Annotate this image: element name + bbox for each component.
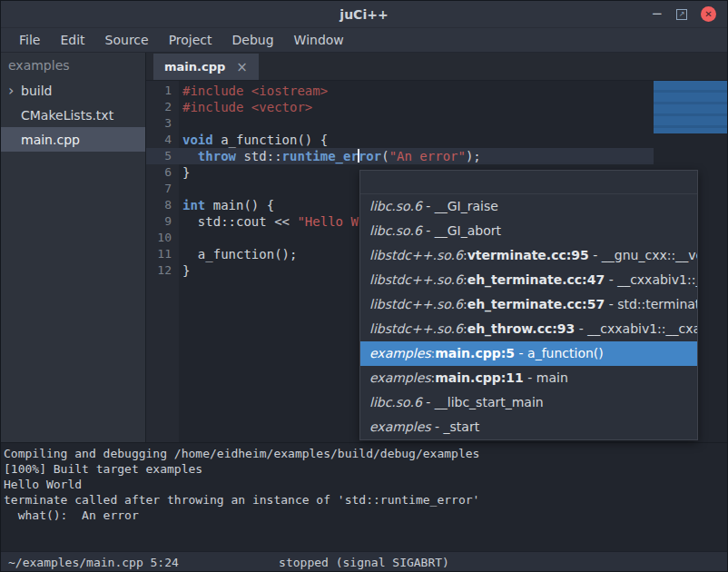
menu-item-window[interactable]: Window	[284, 30, 354, 50]
window-controls: − ↗ ✕	[651, 1, 716, 27]
code-token: runtime_er	[282, 149, 359, 163]
tab-label: main.cpp	[164, 60, 225, 74]
code-line[interactable]: 2#include <vector>	[146, 99, 727, 115]
code-token: }	[182, 263, 190, 278]
code-token: }	[182, 165, 190, 180]
code-text: std::cout << "Hello W	[179, 213, 359, 230]
frame-location: eh_terminate.cc:47	[467, 272, 605, 287]
sidebar-item-label: main.cpp	[21, 133, 80, 147]
code-text: #include <iostream>	[179, 83, 328, 99]
menu-item-edit[interactable]: Edit	[50, 30, 94, 50]
frame-module: examples	[369, 346, 431, 360]
close-button[interactable]: ✕	[701, 6, 716, 22]
line-number: 8	[146, 197, 179, 213]
line-number: 11	[146, 246, 179, 262]
terminal-line: terminate called after throwing an insta…	[4, 492, 727, 508]
chevron-right-icon: ›	[8, 84, 21, 98]
line-number: 4	[146, 132, 179, 148]
frame-location: eh_throw.cc:93	[467, 321, 576, 336]
line-number: 3	[146, 115, 179, 132]
frame-function: - __cxxabiv1::__term	[605, 272, 697, 287]
frame-module: libstdc++.so.6	[369, 321, 463, 336]
menubar: FileEditSourceProjectDebugWindow	[1, 28, 727, 53]
frame-module: libc.so.6	[369, 223, 422, 238]
stack-frame-item[interactable]: libstdc++.so.6:eh_throw.cc:93 - __cxxabi…	[360, 317, 697, 341]
sidebar-item-main-cpp[interactable]: main.cpp	[1, 127, 145, 152]
stack-trace-popup: libc.so.6 - __GI_raiselibc.so.6 - __GI_a…	[359, 170, 698, 440]
stack-frame-item[interactable]: examples:main.cpp:5 - a_function()	[360, 341, 697, 366]
frame-location: eh_terminate.cc:57	[467, 297, 605, 311]
code-text: }	[179, 164, 190, 181]
sidebar-list: ›buildCMakeLists.txtmain.cpp	[1, 78, 145, 152]
code-token	[182, 149, 198, 163]
stack-frame-item[interactable]: libc.so.6 - __GI_abort	[360, 219, 697, 243]
app-window: juCi++ − ↗ ✕ FileEditSourceProjectDebugW…	[0, 0, 728, 572]
frame-location: main.cpp:5	[435, 346, 515, 360]
stack-frame-item[interactable]: libstdc++.so.6:eh_terminate.cc:57 - std:…	[360, 292, 697, 317]
line-number: 12	[146, 262, 179, 279]
stack-list: libc.so.6 - __GI_raiselibc.so.6 - __GI_a…	[360, 194, 697, 439]
code-token: "An error"	[389, 149, 466, 163]
code-line[interactable]: 1#include <iostream>	[146, 83, 727, 99]
frame-location: main.cpp:11	[435, 370, 524, 385]
frame-function: - a_function()	[515, 346, 604, 360]
close-tab-icon[interactable]: ×	[236, 59, 248, 75]
frame-module: libc.so.6	[369, 199, 422, 213]
code-token: a_function();	[182, 247, 297, 261]
terminal-output: Compiling and debugging /home/eidheim/ex…	[4, 446, 727, 523]
frame-location: vterminate.cc:95	[467, 248, 589, 262]
frame-module: examples	[369, 370, 431, 385]
line-number: 5	[146, 148, 179, 164]
stack-frame-item[interactable]: libc.so.6 - __GI_raise	[360, 194, 697, 219]
titlebar: juCi++ − ↗ ✕	[1, 1, 727, 28]
project-folder-label: examples	[1, 53, 145, 78]
frame-module: libstdc++.so.6	[369, 272, 463, 287]
code-line[interactable]: 3	[146, 115, 727, 132]
code-text: }	[179, 262, 190, 279]
code-line[interactable]: 5 throw std::runtime_error("An error");	[146, 148, 727, 164]
frame-function: - _start	[431, 419, 480, 434]
menu-item-debug[interactable]: Debug	[222, 30, 284, 50]
statusbar: ~/examples/main.cpp 5:24 stopped (signal…	[1, 551, 727, 572]
stack-frame-item[interactable]: libc.so.6 - __libc_start_main	[360, 390, 697, 415]
code-token: a_function() {	[213, 133, 328, 147]
minimize-button[interactable]: −	[651, 7, 663, 21]
tabbar: main.cpp ×	[146, 53, 727, 81]
stack-frame-item[interactable]: examples:main.cpp:11 - main	[360, 366, 697, 390]
code-token: ror	[359, 149, 381, 163]
menu-item-project[interactable]: Project	[159, 30, 222, 50]
blue-overlay-box	[654, 81, 727, 133]
debug-status: stopped (signal SIGABRT)	[279, 556, 449, 569]
stack-frame-item[interactable]: libstdc++.so.6:vterminate.cc:95 - __gnu_…	[360, 243, 697, 268]
line-number: 1	[146, 83, 179, 99]
stack-frame-item[interactable]: libstdc++.so.6:eh_terminate.cc:47 - __cx…	[360, 268, 697, 292]
code-token: );	[466, 149, 481, 163]
code-text: void a_function() {	[179, 132, 328, 148]
code-token: #include <iostream>	[182, 84, 328, 98]
popup-header	[360, 171, 697, 194]
code-token: main() {	[205, 198, 274, 212]
sidebar-item-cmakelists-txt[interactable]: CMakeLists.txt	[1, 103, 145, 127]
frame-function: - __GI_raise	[422, 199, 498, 213]
terminal-panel: Compiling and debugging /home/eidheim/ex…	[1, 442, 727, 551]
sidebar-item-label: CMakeLists.txt	[21, 108, 113, 123]
frame-function: - main	[524, 370, 568, 385]
code-token: void	[182, 133, 213, 147]
frame-module: libstdc++.so.6	[369, 248, 463, 262]
file-tree-panel: examples ›buildCMakeLists.txtmain.cpp	[1, 53, 146, 442]
sidebar-item-label: build	[21, 84, 52, 98]
maximize-icon: ↗	[679, 11, 685, 18]
stack-frame-item[interactable]: examples - _start	[360, 415, 697, 439]
code-text: throw std::runtime_error("An error");	[179, 148, 481, 165]
line-number: 6	[146, 164, 179, 181]
sidebar-item-build[interactable]: ›build	[1, 78, 145, 103]
window-title: juCi++	[339, 7, 388, 22]
maximize-button[interactable]: ↗	[676, 9, 687, 20]
cursor-location: ~/examples/main.cpp 5:24	[8, 556, 179, 569]
line-number: 9	[146, 213, 179, 230]
code-line[interactable]: 4void a_function() {	[146, 132, 727, 148]
tab-main-cpp[interactable]: main.cpp ×	[153, 54, 259, 80]
menu-item-source[interactable]: Source	[95, 30, 159, 50]
menu-item-file[interactable]: File	[9, 30, 50, 50]
code-token: throw	[198, 149, 236, 163]
